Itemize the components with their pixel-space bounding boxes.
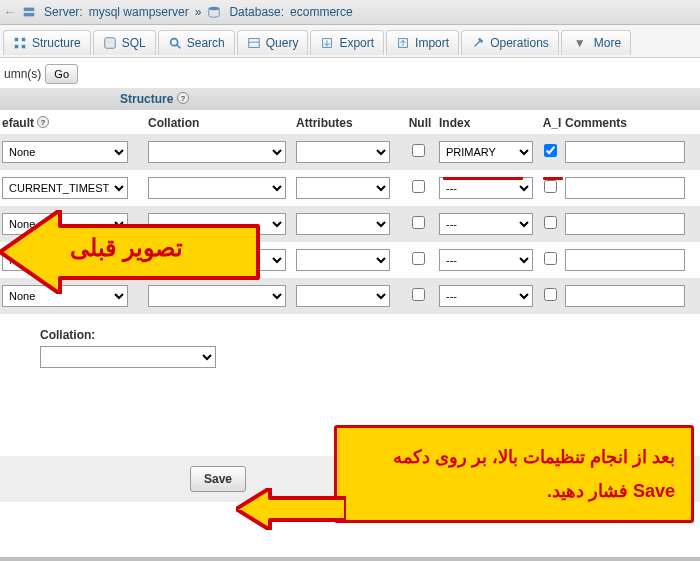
attributes-select[interactable] bbox=[296, 213, 390, 235]
attributes-select[interactable] bbox=[296, 285, 390, 307]
index-select[interactable]: --- bbox=[439, 177, 533, 199]
tab-label: Operations bbox=[490, 36, 549, 50]
structure-heading-text: Structure bbox=[120, 92, 173, 106]
database-icon bbox=[207, 5, 223, 20]
tab-label: Search bbox=[187, 36, 225, 50]
tab-label: Export bbox=[339, 36, 374, 50]
database-link[interactable]: ecommerce bbox=[290, 5, 353, 19]
columns-row: umn(s) Go bbox=[0, 58, 700, 88]
highlight-underline bbox=[543, 177, 563, 180]
bottom-border bbox=[0, 557, 700, 561]
search-icon bbox=[168, 36, 182, 50]
svg-point-8 bbox=[170, 39, 177, 46]
ai-checkbox[interactable] bbox=[544, 180, 557, 193]
collation-label: Collation: bbox=[40, 328, 700, 342]
header-comments: Comments bbox=[565, 116, 695, 130]
svg-rect-1 bbox=[24, 12, 35, 16]
svg-rect-4 bbox=[22, 38, 26, 42]
table-row: NonePRIMARY bbox=[0, 134, 700, 170]
chevron-down-icon: ▼ bbox=[571, 36, 589, 50]
tab-label: Import bbox=[415, 36, 449, 50]
default-select[interactable]: CURRENT_TIMESTAMP bbox=[2, 177, 128, 199]
default-select[interactable]: None bbox=[2, 141, 128, 163]
sql-icon bbox=[103, 36, 117, 50]
comment-input[interactable] bbox=[565, 285, 685, 307]
annotation-text: بعد از انجام تنظیمات بالا، بر روی دکمه S… bbox=[334, 425, 694, 523]
svg-line-9 bbox=[176, 45, 180, 49]
highlight-underline bbox=[443, 177, 523, 180]
svg-rect-5 bbox=[15, 45, 19, 49]
svg-rect-7 bbox=[104, 38, 115, 49]
ai-checkbox[interactable] bbox=[544, 216, 557, 229]
tab-import[interactable]: Import bbox=[386, 30, 459, 55]
tab-bar: Structure SQL Search Query Export Import… bbox=[0, 25, 700, 58]
null-checkbox[interactable] bbox=[412, 144, 425, 157]
header-default: efault ? bbox=[0, 116, 148, 130]
arrow-left-icon bbox=[236, 488, 346, 530]
table-row: CURRENT_TIMESTAMP--- bbox=[0, 170, 700, 206]
svg-rect-3 bbox=[15, 38, 19, 42]
tab-sql[interactable]: SQL bbox=[93, 30, 156, 55]
null-checkbox[interactable] bbox=[412, 288, 425, 301]
comment-input[interactable] bbox=[565, 213, 685, 235]
tab-operations[interactable]: Operations bbox=[461, 30, 559, 55]
annotation-prev-image: تصویر قبلی bbox=[0, 210, 260, 297]
server-link[interactable]: mysql wampserver bbox=[89, 5, 189, 19]
breadcrumb: ← Server: mysql wampserver » Database: e… bbox=[0, 0, 700, 25]
tab-export[interactable]: Export bbox=[310, 30, 384, 55]
tab-more[interactable]: ▼ More bbox=[561, 30, 631, 55]
index-select[interactable]: PRIMARY bbox=[439, 141, 533, 163]
svg-text:?: ? bbox=[41, 118, 46, 127]
tab-label: SQL bbox=[122, 36, 146, 50]
operations-icon bbox=[471, 36, 485, 50]
db-label: Database: bbox=[229, 5, 284, 19]
table-header: efault ? Collation Attributes Null Index… bbox=[0, 110, 700, 134]
null-checkbox[interactable] bbox=[412, 216, 425, 229]
comment-input[interactable] bbox=[565, 249, 685, 271]
collation-select[interactable] bbox=[148, 141, 286, 163]
tab-query[interactable]: Query bbox=[237, 30, 309, 55]
structure-icon bbox=[13, 36, 27, 50]
structure-heading: Structure ? bbox=[0, 88, 700, 110]
help-icon[interactable]: ? bbox=[177, 92, 189, 104]
svg-point-2 bbox=[209, 6, 220, 10]
null-checkbox[interactable] bbox=[412, 180, 425, 193]
nav-back-icon[interactable]: ← bbox=[4, 5, 16, 19]
comment-input[interactable] bbox=[565, 141, 685, 163]
index-select[interactable]: --- bbox=[439, 285, 533, 307]
svg-rect-6 bbox=[22, 45, 26, 49]
annotation-save-hint: بعد از انجام تنظیمات بالا، بر روی دکمه S… bbox=[334, 425, 694, 523]
query-icon bbox=[247, 36, 261, 50]
attributes-select[interactable] bbox=[296, 141, 390, 163]
tab-label: Structure bbox=[32, 36, 81, 50]
header-attributes: Attributes bbox=[296, 116, 401, 130]
tab-label: More bbox=[594, 36, 621, 50]
index-select[interactable]: --- bbox=[439, 249, 533, 271]
help-icon[interactable]: ? bbox=[37, 116, 49, 128]
breadcrumb-sep: » bbox=[195, 5, 202, 19]
import-icon bbox=[396, 36, 410, 50]
tab-label: Query bbox=[266, 36, 299, 50]
ai-checkbox[interactable] bbox=[544, 144, 557, 157]
go-button[interactable]: Go bbox=[45, 64, 78, 84]
comment-input[interactable] bbox=[565, 177, 685, 199]
collation-select[interactable] bbox=[148, 177, 286, 199]
collation-select[interactable] bbox=[40, 346, 216, 368]
server-label: Server: bbox=[44, 5, 83, 19]
header-index: Index bbox=[439, 116, 539, 130]
index-select[interactable]: --- bbox=[439, 213, 533, 235]
annotation-text: تصویر قبلی bbox=[70, 234, 183, 262]
attributes-select[interactable] bbox=[296, 249, 390, 271]
tab-structure[interactable]: Structure bbox=[3, 30, 91, 55]
server-icon bbox=[22, 5, 38, 20]
annotation-save-arrow bbox=[236, 488, 346, 533]
svg-rect-0 bbox=[24, 7, 35, 11]
null-checkbox[interactable] bbox=[412, 252, 425, 265]
header-null: Null bbox=[401, 116, 439, 130]
columns-label: umn(s) bbox=[4, 67, 41, 81]
ai-checkbox[interactable] bbox=[544, 252, 557, 265]
tab-search[interactable]: Search bbox=[158, 30, 235, 55]
attributes-select[interactable] bbox=[296, 177, 390, 199]
collation-block: Collation: bbox=[40, 328, 700, 368]
ai-checkbox[interactable] bbox=[544, 288, 557, 301]
